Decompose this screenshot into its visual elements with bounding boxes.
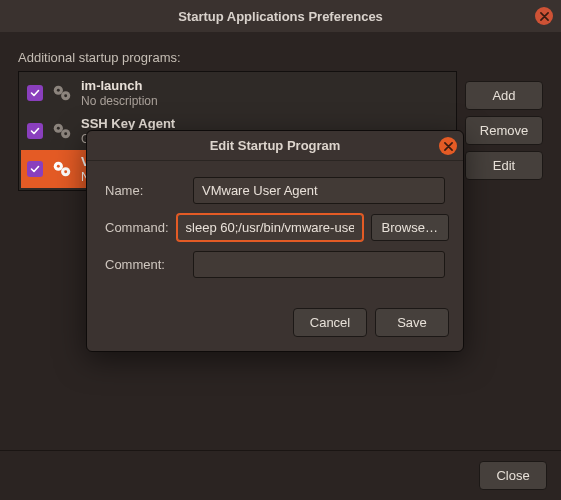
browse-button[interactable]: Browse…: [371, 214, 449, 241]
save-button[interactable]: Save: [375, 308, 449, 337]
comment-input[interactable]: [193, 251, 445, 278]
svg-point-6: [57, 127, 60, 130]
close-button[interactable]: Close: [479, 461, 547, 490]
window-close-button[interactable]: [535, 7, 553, 25]
dialog-close-button[interactable]: [439, 137, 457, 155]
checkbox-checked[interactable]: [27, 123, 43, 139]
command-label: Command:: [105, 220, 169, 235]
window-titlebar: Startup Applications Preferences: [0, 0, 561, 32]
side-button-column: Add Remove Edit: [465, 81, 543, 180]
item-name: im-launch: [81, 78, 158, 94]
window-title: Startup Applications Preferences: [178, 9, 383, 24]
item-desc: No description: [81, 94, 158, 108]
gears-icon: [51, 82, 73, 104]
edit-startup-dialog: Edit Startup Program Name: Command: Brow…: [86, 130, 464, 352]
gears-icon: [51, 120, 73, 142]
cancel-button[interactable]: Cancel: [293, 308, 367, 337]
close-icon: [444, 137, 453, 155]
dialog-title: Edit Startup Program: [210, 138, 341, 153]
dialog-header: Edit Startup Program: [87, 131, 463, 161]
name-input[interactable]: [193, 177, 445, 204]
window-footer: Close: [0, 450, 561, 500]
comment-label: Comment:: [105, 257, 185, 272]
checkbox-checked[interactable]: [27, 161, 43, 177]
remove-button[interactable]: Remove: [465, 116, 543, 145]
add-button[interactable]: Add: [465, 81, 543, 110]
checkbox-checked[interactable]: [27, 85, 43, 101]
edit-button[interactable]: Edit: [465, 151, 543, 180]
close-icon: [540, 7, 549, 25]
command-input[interactable]: [177, 214, 363, 241]
name-label: Name:: [105, 183, 185, 198]
gears-icon: [51, 158, 73, 180]
list-item[interactable]: im-launch No description: [21, 74, 454, 112]
section-label: Additional startup programs:: [18, 50, 543, 65]
svg-point-11: [64, 170, 67, 173]
svg-point-3: [64, 94, 67, 97]
svg-point-7: [64, 132, 67, 135]
svg-point-10: [57, 165, 60, 168]
svg-point-2: [57, 89, 60, 92]
